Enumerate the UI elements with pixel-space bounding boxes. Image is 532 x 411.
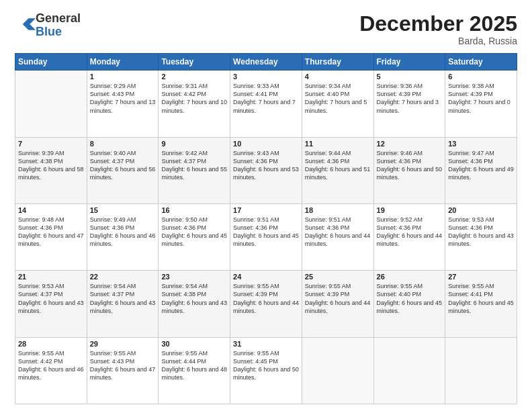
calendar-cell: 12Sunrise: 9:46 AM Sunset: 4:36 PM Dayli… — [373, 137, 445, 203]
day-info: Sunrise: 9:55 AM Sunset: 4:43 PM Dayligh… — [90, 349, 156, 382]
calendar-cell: 29Sunrise: 9:55 AM Sunset: 4:43 PM Dayli… — [87, 337, 159, 404]
day-number: 25 — [305, 273, 371, 281]
day-header-monday: Monday — [87, 54, 159, 71]
day-info: Sunrise: 9:55 AM Sunset: 4:42 PM Dayligh… — [18, 349, 84, 382]
calendar-cell: 4Sunrise: 9:34 AM Sunset: 4:40 PM Daylig… — [302, 71, 373, 137]
day-number: 29 — [90, 340, 156, 348]
day-number: 7 — [18, 140, 84, 148]
day-number: 30 — [161, 340, 227, 348]
calendar-cell: 27Sunrise: 9:55 AM Sunset: 4:41 PM Dayli… — [445, 271, 517, 337]
calendar-cell: 7Sunrise: 9:39 AM Sunset: 4:38 PM Daylig… — [15, 137, 87, 203]
day-info: Sunrise: 9:55 AM Sunset: 4:44 PM Dayligh… — [161, 349, 227, 382]
logo: General Blue — [15, 12, 81, 39]
day-header-thursday: Thursday — [302, 54, 373, 71]
day-number: 23 — [161, 273, 227, 281]
calendar-cell: 2Sunrise: 9:31 AM Sunset: 4:42 PM Daylig… — [159, 71, 230, 137]
day-number: 28 — [18, 340, 84, 348]
month-title: December 2025 — [359, 12, 517, 36]
day-number: 16 — [161, 206, 227, 214]
logo-icon — [17, 15, 36, 34]
day-number: 20 — [448, 206, 514, 214]
day-info: Sunrise: 9:54 AM Sunset: 4:38 PM Dayligh… — [161, 282, 227, 315]
day-info: Sunrise: 9:46 AM Sunset: 4:36 PM Dayligh… — [377, 149, 443, 182]
day-info: Sunrise: 9:53 AM Sunset: 4:36 PM Dayligh… — [448, 216, 514, 248]
day-number: 24 — [233, 273, 299, 281]
day-info: Sunrise: 9:55 AM Sunset: 4:45 PM Dayligh… — [233, 349, 299, 382]
day-number: 27 — [448, 273, 514, 281]
calendar-cell: 19Sunrise: 9:52 AM Sunset: 4:36 PM Dayli… — [373, 203, 445, 270]
calendar-cell: 10Sunrise: 9:43 AM Sunset: 4:36 PM Dayli… — [230, 137, 302, 203]
calendar-cell — [373, 337, 445, 404]
logo-text: General Blue — [36, 12, 81, 39]
day-number: 26 — [377, 273, 443, 281]
day-number: 31 — [233, 340, 299, 348]
day-info: Sunrise: 9:36 AM Sunset: 4:39 PM Dayligh… — [377, 82, 443, 115]
title-block: December 2025 Barda, Russia — [359, 12, 517, 46]
day-number: 2 — [161, 73, 227, 81]
calendar-cell: 24Sunrise: 9:55 AM Sunset: 4:39 PM Dayli… — [230, 271, 302, 337]
day-number: 14 — [18, 206, 84, 214]
calendar-cell: 26Sunrise: 9:55 AM Sunset: 4:40 PM Dayli… — [373, 271, 445, 337]
calendar-cell: 28Sunrise: 9:55 AM Sunset: 4:42 PM Dayli… — [15, 337, 87, 404]
day-number: 9 — [161, 140, 227, 148]
calendar-cell: 16Sunrise: 9:50 AM Sunset: 4:36 PM Dayli… — [159, 203, 230, 270]
day-number: 3 — [233, 73, 299, 81]
day-number: 4 — [305, 73, 371, 81]
day-info: Sunrise: 9:31 AM Sunset: 4:42 PM Dayligh… — [161, 82, 227, 115]
day-header-sunday: Sunday — [15, 54, 87, 71]
day-info: Sunrise: 9:51 AM Sunset: 4:36 PM Dayligh… — [233, 216, 299, 248]
calendar-cell: 11Sunrise: 9:44 AM Sunset: 4:36 PM Dayli… — [302, 137, 373, 203]
calendar-cell: 5Sunrise: 9:36 AM Sunset: 4:39 PM Daylig… — [373, 71, 445, 137]
location: Barda, Russia — [359, 36, 517, 46]
calendar-cell: 25Sunrise: 9:55 AM Sunset: 4:39 PM Dayli… — [302, 271, 373, 337]
day-info: Sunrise: 9:33 AM Sunset: 4:41 PM Dayligh… — [233, 82, 299, 115]
calendar-week-row: 1Sunrise: 9:29 AM Sunset: 4:43 PM Daylig… — [15, 71, 517, 137]
day-header-wednesday: Wednesday — [230, 54, 302, 71]
day-number: 1 — [90, 73, 156, 81]
calendar-cell: 20Sunrise: 9:53 AM Sunset: 4:36 PM Dayli… — [445, 203, 517, 270]
calendar-week-row: 21Sunrise: 9:53 AM Sunset: 4:37 PM Dayli… — [15, 271, 517, 337]
day-info: Sunrise: 9:38 AM Sunset: 4:39 PM Dayligh… — [448, 82, 514, 115]
calendar-cell: 31Sunrise: 9:55 AM Sunset: 4:45 PM Dayli… — [230, 337, 302, 404]
day-info: Sunrise: 9:39 AM Sunset: 4:38 PM Dayligh… — [18, 149, 84, 182]
day-info: Sunrise: 9:48 AM Sunset: 4:36 PM Dayligh… — [18, 216, 84, 248]
calendar-cell: 14Sunrise: 9:48 AM Sunset: 4:36 PM Dayli… — [15, 203, 87, 270]
day-info: Sunrise: 9:47 AM Sunset: 4:36 PM Dayligh… — [448, 149, 514, 182]
day-info: Sunrise: 9:51 AM Sunset: 4:36 PM Dayligh… — [305, 216, 371, 248]
logo-general: General — [36, 11, 81, 25]
calendar-cell: 21Sunrise: 9:53 AM Sunset: 4:37 PM Dayli… — [15, 271, 87, 337]
calendar-cell: 3Sunrise: 9:33 AM Sunset: 4:41 PM Daylig… — [230, 71, 302, 137]
day-info: Sunrise: 9:55 AM Sunset: 4:41 PM Dayligh… — [448, 282, 514, 315]
calendar-cell: 1Sunrise: 9:29 AM Sunset: 4:43 PM Daylig… — [87, 71, 159, 137]
day-number: 11 — [305, 140, 371, 148]
day-info: Sunrise: 9:53 AM Sunset: 4:37 PM Dayligh… — [18, 282, 84, 315]
calendar-cell — [445, 337, 517, 404]
day-info: Sunrise: 9:55 AM Sunset: 4:39 PM Dayligh… — [305, 282, 371, 315]
calendar-cell: 17Sunrise: 9:51 AM Sunset: 4:36 PM Dayli… — [230, 203, 302, 270]
day-header-friday: Friday — [373, 54, 445, 71]
calendar-cell: 6Sunrise: 9:38 AM Sunset: 4:39 PM Daylig… — [445, 71, 517, 137]
day-number: 21 — [18, 273, 84, 281]
day-info: Sunrise: 9:55 AM Sunset: 4:39 PM Dayligh… — [233, 282, 299, 315]
calendar-week-row: 7Sunrise: 9:39 AM Sunset: 4:38 PM Daylig… — [15, 137, 517, 203]
day-number: 18 — [305, 206, 371, 214]
calendar-cell: 9Sunrise: 9:42 AM Sunset: 4:37 PM Daylig… — [159, 137, 230, 203]
day-info: Sunrise: 9:44 AM Sunset: 4:36 PM Dayligh… — [305, 149, 371, 182]
day-info: Sunrise: 9:29 AM Sunset: 4:43 PM Dayligh… — [90, 82, 156, 115]
day-info: Sunrise: 9:42 AM Sunset: 4:37 PM Dayligh… — [161, 149, 227, 182]
calendar-table: SundayMondayTuesdayWednesdayThursdayFrid… — [15, 53, 517, 404]
calendar-header-row: SundayMondayTuesdayWednesdayThursdayFrid… — [15, 54, 517, 71]
day-info: Sunrise: 9:55 AM Sunset: 4:40 PM Dayligh… — [377, 282, 443, 315]
calendar-cell: 18Sunrise: 9:51 AM Sunset: 4:36 PM Dayli… — [302, 203, 373, 270]
day-info: Sunrise: 9:43 AM Sunset: 4:36 PM Dayligh… — [233, 149, 299, 182]
day-info: Sunrise: 9:54 AM Sunset: 4:37 PM Dayligh… — [90, 282, 156, 315]
calendar-cell: 30Sunrise: 9:55 AM Sunset: 4:44 PM Dayli… — [159, 337, 230, 404]
calendar-cell: 23Sunrise: 9:54 AM Sunset: 4:38 PM Dayli… — [159, 271, 230, 337]
day-header-saturday: Saturday — [445, 54, 517, 71]
day-info: Sunrise: 9:40 AM Sunset: 4:37 PM Dayligh… — [90, 149, 156, 182]
day-number: 13 — [448, 140, 514, 148]
logo-blue: Blue — [36, 25, 62, 38]
calendar-cell: 22Sunrise: 9:54 AM Sunset: 4:37 PM Dayli… — [87, 271, 159, 337]
day-number: 15 — [90, 206, 156, 214]
day-number: 19 — [377, 206, 443, 214]
